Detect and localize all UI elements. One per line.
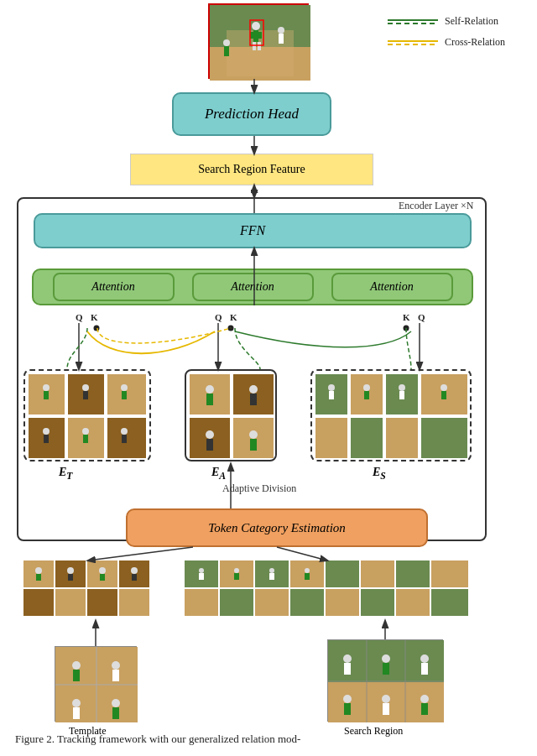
svg-rect-108 bbox=[73, 707, 80, 719]
svg-point-22 bbox=[82, 384, 89, 391]
svg-rect-31 bbox=[122, 435, 127, 443]
svg-rect-25 bbox=[122, 391, 127, 399]
svg-point-10 bbox=[278, 27, 284, 34]
es-text: ES bbox=[373, 466, 386, 478]
svg-rect-29 bbox=[83, 435, 88, 443]
svg-point-26 bbox=[43, 428, 50, 435]
svg-rect-104 bbox=[73, 670, 80, 681]
search-region-label: Search Region bbox=[344, 725, 403, 738]
svg-rect-123 bbox=[344, 703, 351, 715]
template-patches-row bbox=[23, 560, 151, 618]
svg-point-42 bbox=[249, 430, 258, 439]
et-box bbox=[23, 369, 151, 461]
cross-relation-lines bbox=[388, 37, 438, 49]
top-basketball-image bbox=[208, 3, 309, 79]
svg-rect-80 bbox=[326, 560, 359, 587]
svg-rect-119 bbox=[383, 663, 389, 675]
svg-rect-41 bbox=[206, 439, 213, 451]
self-relation-solid-line bbox=[388, 19, 438, 21]
svg-rect-89 bbox=[361, 589, 394, 616]
svg-rect-59 bbox=[441, 391, 446, 399]
svg-rect-73 bbox=[100, 574, 105, 581]
svg-point-72 bbox=[99, 567, 106, 574]
self-relation-dashed-line bbox=[388, 23, 438, 24]
svg-point-126 bbox=[420, 695, 429, 703]
es-label: ES bbox=[373, 466, 386, 482]
ffn-box: FFN bbox=[34, 213, 472, 248]
svg-rect-4 bbox=[253, 30, 258, 42]
svg-rect-21 bbox=[44, 391, 49, 399]
svg-rect-53 bbox=[329, 391, 334, 399]
svg-rect-75 bbox=[132, 574, 137, 581]
svg-rect-67 bbox=[119, 589, 149, 616]
prediction-head-label: Prediction Head bbox=[205, 106, 299, 123]
svg-point-122 bbox=[343, 695, 352, 703]
svg-rect-93 bbox=[199, 573, 204, 580]
svg-rect-87 bbox=[290, 589, 324, 616]
svg-point-107 bbox=[72, 699, 81, 707]
search-region-image bbox=[327, 639, 443, 722]
attention-row: Attention Attention Attention bbox=[32, 269, 473, 305]
svg-rect-88 bbox=[326, 589, 359, 616]
svg-point-105 bbox=[112, 661, 120, 670]
ea-text: EA bbox=[211, 466, 226, 478]
svg-rect-39 bbox=[250, 394, 257, 405]
self-relation-lines bbox=[388, 16, 438, 28]
self-relation-legend: Self-Relation bbox=[388, 15, 522, 28]
svg-rect-50 bbox=[386, 418, 418, 458]
svg-point-120 bbox=[420, 654, 429, 663]
svg-point-54 bbox=[363, 384, 370, 391]
svg-point-124 bbox=[382, 695, 390, 703]
svg-rect-125 bbox=[383, 703, 389, 715]
svg-rect-90 bbox=[396, 589, 430, 616]
svg-rect-6 bbox=[258, 32, 262, 39]
es-box bbox=[310, 369, 472, 461]
svg-rect-7 bbox=[253, 42, 256, 50]
svg-rect-43 bbox=[250, 439, 257, 451]
svg-point-94 bbox=[234, 568, 239, 573]
svg-rect-8 bbox=[258, 42, 261, 50]
encoder-label: Encoder Layer ×N bbox=[399, 200, 473, 212]
svg-rect-82 bbox=[396, 560, 430, 587]
svg-point-96 bbox=[269, 568, 274, 573]
svg-point-74 bbox=[131, 567, 138, 574]
et-label: ET bbox=[59, 466, 72, 482]
svg-line-146 bbox=[88, 547, 193, 560]
svg-point-40 bbox=[206, 430, 214, 439]
main-container: Self-Relation Cross-Relation bbox=[0, 0, 537, 756]
et-text: ET bbox=[59, 466, 72, 478]
svg-point-92 bbox=[199, 568, 204, 573]
svg-point-52 bbox=[328, 384, 335, 391]
legend: Self-Relation Cross-Relation bbox=[388, 15, 522, 57]
attention-box-1: Attention bbox=[53, 273, 175, 301]
search-patches-row bbox=[185, 560, 470, 618]
svg-point-28 bbox=[82, 428, 89, 435]
svg-point-68 bbox=[35, 567, 42, 574]
svg-point-109 bbox=[112, 699, 120, 707]
svg-point-70 bbox=[67, 567, 74, 574]
cross-relation-legend: Cross-Relation bbox=[388, 36, 522, 49]
template-image bbox=[55, 646, 137, 722]
svg-rect-66 bbox=[87, 589, 117, 616]
svg-point-116 bbox=[343, 654, 352, 663]
svg-rect-49 bbox=[351, 418, 383, 458]
svg-rect-23 bbox=[83, 391, 88, 399]
svg-rect-69 bbox=[36, 574, 41, 581]
svg-point-3 bbox=[252, 22, 260, 30]
svg-point-58 bbox=[441, 384, 447, 391]
svg-rect-95 bbox=[234, 573, 239, 580]
svg-point-56 bbox=[399, 384, 405, 391]
ea-box bbox=[185, 369, 277, 461]
cross-relation-label: Cross-Relation bbox=[445, 36, 505, 49]
svg-rect-85 bbox=[220, 589, 253, 616]
svg-point-30 bbox=[121, 428, 128, 435]
svg-rect-81 bbox=[361, 560, 394, 587]
attention-box-2: Attention bbox=[192, 273, 314, 301]
svg-point-24 bbox=[121, 384, 128, 391]
svg-rect-27 bbox=[44, 435, 49, 443]
adaptive-division-label: Adaptive Division bbox=[222, 482, 296, 495]
svg-rect-83 bbox=[431, 560, 468, 587]
svg-rect-57 bbox=[399, 391, 404, 399]
svg-rect-117 bbox=[344, 663, 351, 675]
attention-box-3: Attention bbox=[331, 273, 453, 301]
